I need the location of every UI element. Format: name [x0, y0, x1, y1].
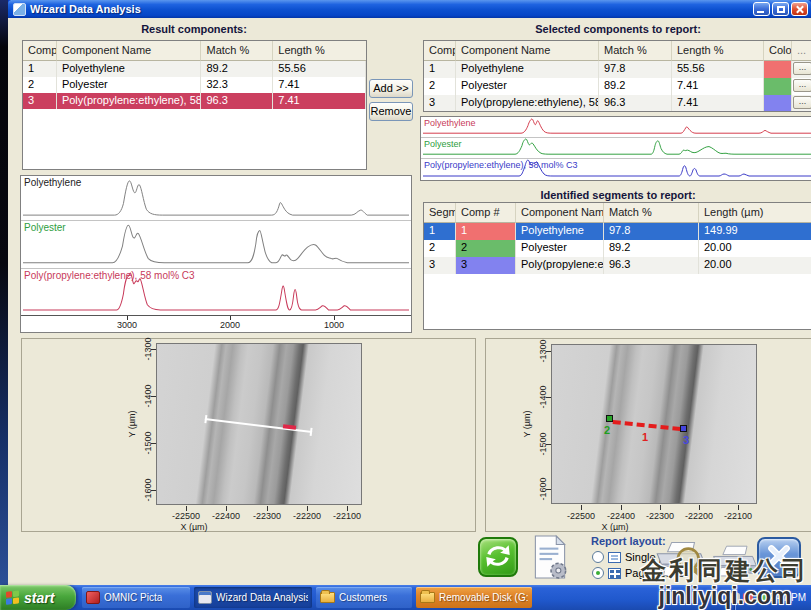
- cell-segm: 1: [424, 223, 456, 240]
- col-header[interactable]: Comp #: [424, 41, 456, 61]
- col-header[interactable]: ...: [792, 41, 811, 61]
- spectrum-label: Poly(propylene:ethylene), 58 mol% C3: [24, 270, 195, 281]
- cell-name: Polyethylene: [57, 61, 202, 77]
- tray-icon[interactable]: [730, 593, 740, 603]
- omnic-picta-icon: [86, 591, 100, 604]
- x-tick-label: -22200: [293, 511, 321, 521]
- cell-match: 97.8: [604, 223, 699, 240]
- cell-name: Poly(propylene:ethylene), 58 mol% C3: [456, 95, 599, 112]
- cell-comp: 3: [23, 93, 57, 109]
- sync-arrows-icon: [482, 540, 514, 572]
- x-tick-label: -22500: [567, 511, 595, 521]
- spectrum-line: [23, 225, 409, 263]
- col-header[interactable]: Component Name: [456, 41, 599, 61]
- axis-tick: [151, 443, 156, 444]
- wavenumber-axis: 3000 2000 1000: [21, 315, 411, 332]
- identified-segments-title: Identified segments to report:: [423, 189, 811, 201]
- taskbar-item-omnic-picta[interactable]: OMNIC Picta: [82, 587, 190, 608]
- cell-name: Poly(propylene:ethylene), 58 mol% C3: [57, 93, 202, 109]
- desktop: Wizard Data Analysis Result components: …: [0, 0, 811, 610]
- tray-icon[interactable]: [756, 593, 766, 603]
- axis-tick: [546, 444, 551, 445]
- multi-page-icon: [608, 568, 621, 579]
- cell: ...: [792, 95, 811, 112]
- taskbar: start OMNIC Picta Wizard Data Analysis C…: [0, 585, 811, 610]
- color-picker-button[interactable]: ...: [793, 62, 811, 75]
- col-header[interactable]: Component Name: [516, 203, 604, 223]
- result-components-title: Result components:: [22, 23, 366, 35]
- table-row[interactable]: 2 Polyester 89.2 7.41 ...: [424, 78, 811, 95]
- col-header[interactable]: Comp #: [23, 41, 57, 61]
- table-row-selected[interactable]: 3 Poly(propylene:ethylene), 58 mol% C3 9…: [23, 93, 366, 109]
- folder-icon: [320, 592, 335, 603]
- microscope-image: 2 1 3: [551, 344, 757, 504]
- axis-tick: [151, 396, 156, 397]
- color-picker-button[interactable]: ...: [793, 79, 811, 92]
- col-header[interactable]: Comp #: [456, 203, 516, 223]
- result-components-table: Comp # Component Name Match % Length % 1…: [22, 40, 367, 170]
- taskbar-item-removable-disk[interactable]: Removable Disk (G:): [416, 587, 532, 608]
- minimize-button[interactable]: [753, 2, 770, 16]
- axis-tick: [151, 490, 156, 491]
- col-header[interactable]: Segm #: [424, 203, 456, 223]
- maximize-icon: [777, 6, 785, 13]
- remove-button[interactable]: Remove: [369, 102, 413, 121]
- titlebar[interactable]: Wizard Data Analysis: [8, 0, 811, 18]
- col-header[interactable]: Match %: [599, 41, 672, 61]
- close-wizard-button[interactable]: [757, 537, 801, 578]
- radio-icon-selected: [592, 567, 604, 579]
- table-row[interactable]: 3 3 Poly(propylene:ethylene... 96.3 20.0…: [424, 257, 811, 274]
- print-preview-button[interactable]: [650, 539, 710, 581]
- add-button[interactable]: Add >>: [369, 79, 413, 98]
- spectrum-label: Poly(propylene:ethylene), 58 mol% C3: [424, 160, 578, 170]
- cell-match: 96.3: [604, 257, 699, 274]
- col-header[interactable]: Length %: [273, 41, 366, 61]
- refresh-button[interactable]: [478, 537, 518, 577]
- cell-name: Polyester: [456, 78, 599, 95]
- table-row[interactable]: 2 Polyester 32.3 7.41: [23, 77, 366, 93]
- col-header[interactable]: Component Name: [57, 41, 202, 61]
- table-header-row: Segm # Comp # Component Name Match % Len…: [424, 203, 811, 223]
- x-tick-label: -22100: [724, 511, 752, 521]
- cell-comp-colored: 3: [456, 257, 516, 274]
- col-header[interactable]: Match %: [201, 41, 273, 61]
- cell-length: 55.56: [273, 61, 366, 77]
- axis-tick: [546, 351, 551, 352]
- selected-components-table: Comp # Component Name Match % Length % C…: [423, 40, 811, 112]
- maximize-button[interactable]: [772, 2, 789, 16]
- result-spectra-plot: Polyethylene Polyester Poly(propylene:et…: [20, 175, 412, 333]
- windows-flag-icon: [6, 590, 20, 605]
- spectrum-row: Polyester: [421, 138, 811, 159]
- selected-spectra-preview: Polyethylene Polyester Poly(propylene:et…: [420, 116, 811, 181]
- col-header[interactable]: Match %: [604, 203, 699, 223]
- report-document-button[interactable]: [530, 534, 570, 580]
- tray-icon[interactable]: [743, 593, 753, 603]
- taskbar-item-customers[interactable]: Customers: [316, 587, 412, 608]
- cell-length: 55.56: [672, 61, 764, 78]
- segments-map-panel: 2 1 3 Y (µm) -1300 -1400 -1500 -1600 -22…: [485, 338, 811, 532]
- x-axis-label: X (µm): [180, 522, 207, 532]
- dialog-content: Result components: Selected components t…: [8, 18, 811, 586]
- cell-segm: 3: [424, 257, 456, 274]
- x-tick-label: -22300: [253, 511, 281, 521]
- table-row-selected[interactable]: 1 1 Polyethylene 97.8 149.99: [424, 223, 811, 240]
- col-header[interactable]: Length (µm): [699, 203, 811, 223]
- axis-tick: [546, 489, 551, 490]
- spectrum-row: Polyester: [21, 221, 411, 269]
- taskbar-item-wizard-data-analysis[interactable]: Wizard Data Analysis: [194, 587, 312, 608]
- start-button[interactable]: start: [0, 585, 76, 610]
- axis-tick: [738, 505, 739, 510]
- print-button[interactable]: [708, 543, 760, 581]
- report-document-icon: [531, 534, 569, 580]
- table-row[interactable]: 3 Poly(propylene:ethylene), 58 mol% C3 9…: [424, 95, 811, 112]
- table-row[interactable]: 2 2 Polyester 89.2 20.00: [424, 240, 811, 257]
- cell-length: 7.41: [273, 93, 366, 109]
- col-header[interactable]: Length %: [672, 41, 764, 61]
- color-picker-button[interactable]: ...: [793, 96, 811, 109]
- table-row[interactable]: 1 Polyethylene 97.8 55.56 ...: [424, 61, 811, 78]
- table-row[interactable]: 1 Polyethylene 89.2 55.56: [23, 61, 366, 77]
- close-window-button[interactable]: [791, 2, 808, 16]
- spectrum-row: Poly(propylene:ethylene), 58 mol% C3: [421, 159, 811, 180]
- col-header[interactable]: Color: [764, 41, 792, 61]
- cell-comp-colored: 1: [456, 223, 516, 240]
